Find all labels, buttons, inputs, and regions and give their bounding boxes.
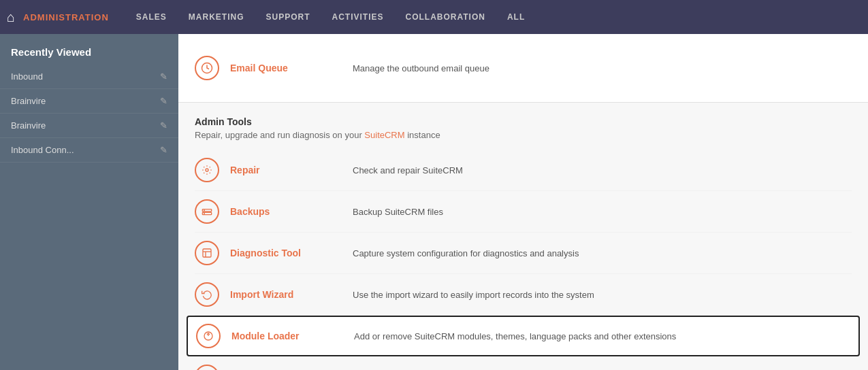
sidebar-collapse-button[interactable]: ◁ (177, 191, 178, 213)
admin-item-upgrade-wizard: Upgrade Wizard Upload and install SuiteC… (195, 356, 852, 370)
sidebar-item-label: Inbound Conn... (11, 145, 74, 155)
sidebar-item-label: Brainvire (11, 96, 46, 106)
diagnostic-tool-icon (195, 241, 219, 265)
sidebar-item-label: Inbound (11, 71, 43, 82)
nav-item-sales[interactable]: SALES (125, 0, 178, 34)
main-content: Email Queue Manage the outbound email qu… (178, 34, 868, 370)
admin-item-backups: Backups Backup SuiteCRM files (195, 191, 852, 233)
email-queue-icon (195, 56, 219, 80)
diagnostic-tool-desc: Capture system configuration for diagnos… (353, 248, 852, 258)
top-nav: ⌂ ADMINISTRATION SALESMARKETINGSUPPORTAC… (0, 0, 868, 34)
edit-icon[interactable]: ✎ (160, 71, 167, 82)
module-loader-name[interactable]: Module Loader (231, 331, 354, 341)
backups-icon (195, 199, 219, 224)
email-queue-name[interactable]: Email Queue (230, 63, 353, 73)
suitecrm-link[interactable]: SuiteCRM (364, 130, 404, 140)
email-queue-desc: Manage the outbound email queue (353, 63, 852, 73)
backups-name[interactable]: Backups (230, 206, 353, 217)
sidebar-item-inbound[interactable]: Inbound✎ (0, 65, 178, 89)
sidebar-item-brainvire2[interactable]: Brainvire✎ (0, 114, 178, 138)
admin-tools-header: Admin Tools (195, 116, 852, 127)
module-loader-icon (196, 324, 221, 348)
edit-icon[interactable]: ✎ (160, 96, 167, 106)
admin-item-repair: Repair Check and repair SuiteCRM (195, 150, 852, 191)
svg-point-1 (206, 169, 208, 171)
sidebar-item-label: Brainvire (11, 120, 46, 131)
admin-item-diagnostic-tool: Diagnostic Tool Capture system configura… (195, 233, 852, 274)
admin-tools-section: Admin Tools Repair, upgrade and run diag… (178, 102, 868, 370)
nav-item-collaboration[interactable]: COLLABORATION (395, 0, 496, 34)
nav-item-activities[interactable]: ACTIVITIES (321, 0, 395, 34)
nav-item-all[interactable]: ALL (496, 0, 536, 34)
email-queue-section: Email Queue Manage the outbound email qu… (178, 34, 868, 102)
diagnostic-tool-name[interactable]: Diagnostic Tool (230, 248, 353, 258)
edit-icon[interactable]: ✎ (160, 145, 167, 155)
import-wizard-icon (195, 282, 219, 307)
sidebar-title: Recently Viewed (0, 34, 178, 65)
upgrade-wizard-icon (195, 365, 219, 370)
module-loader-desc: Add or remove SuiteCRM modules, themes, … (354, 331, 850, 341)
import-wizard-name[interactable]: Import Wizard (230, 289, 353, 300)
nav-items: SALESMARKETINGSUPPORTACTIVITIESCOLLABORA… (125, 0, 536, 34)
sidebar-item-inbound-conn[interactable]: Inbound Conn...✎ (0, 138, 178, 163)
sidebar: Recently Viewed Inbound✎Brainvire✎Brainv… (0, 34, 178, 370)
repair-desc: Check and repair SuiteCRM (353, 165, 852, 175)
nav-item-marketing[interactable]: MARKETING (178, 0, 255, 34)
brand-label: ADMINISTRATION (23, 12, 109, 22)
backups-desc: Backup SuiteCRM files (353, 207, 852, 217)
email-queue-row: Email Queue Manage the outbound email qu… (195, 48, 852, 88)
repair-name[interactable]: Repair (230, 165, 353, 175)
edit-icon[interactable]: ✎ (160, 120, 167, 131)
import-wizard-desc: Use the import wizard to easily import r… (353, 290, 852, 300)
home-icon[interactable]: ⌂ (7, 10, 15, 25)
sidebar-item-brainvire1[interactable]: Brainvire✎ (0, 89, 178, 114)
layout: Recently Viewed Inbound✎Brainvire✎Brainv… (0, 34, 868, 370)
admin-item-import-wizard: Import Wizard Use the import wizard to e… (195, 274, 852, 316)
sidebar-items: Inbound✎Brainvire✎Brainvire✎Inbound Conn… (0, 65, 178, 163)
svg-rect-6 (203, 249, 211, 257)
nav-item-support[interactable]: SUPPORT (255, 0, 321, 34)
admin-item-module-loader: Module Loader Add or remove SuiteCRM mod… (187, 316, 860, 356)
admin-tools-items: Repair Check and repair SuiteCRM Backups… (195, 150, 852, 370)
repair-icon (195, 158, 219, 182)
admin-tools-desc: Repair, upgrade and run diagnosis on you… (195, 130, 852, 140)
